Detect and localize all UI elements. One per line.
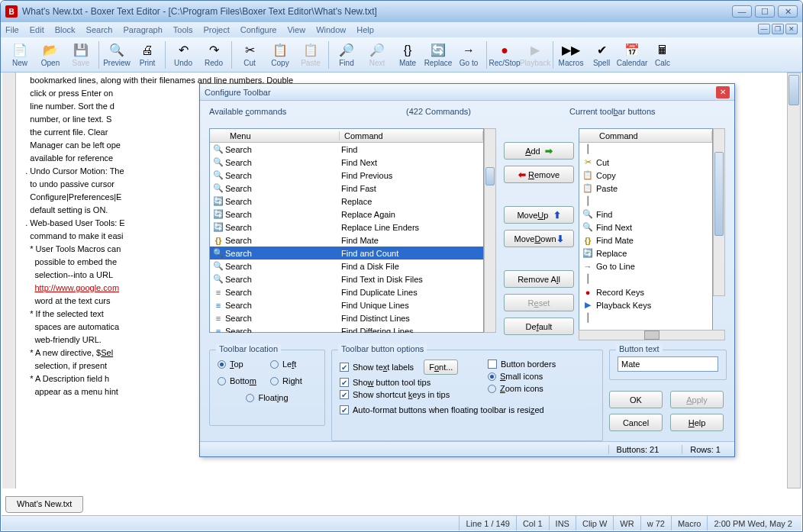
- help-button[interactable]: Help: [670, 414, 724, 431]
- document-tab[interactable]: What's New.txt: [5, 496, 83, 513]
- mdi-restore-button[interactable]: ❐: [772, 24, 784, 34]
- toolbar-spell-button[interactable]: ✔Spell: [587, 40, 616, 70]
- opt-show-tooltips[interactable]: ✔Show button tool tips: [340, 378, 479, 387]
- default-button[interactable]: Default: [504, 318, 574, 335]
- add-button[interactable]: Add ➡: [504, 142, 574, 160]
- current-h-scrollbar[interactable]: [579, 330, 725, 340]
- current-button-row[interactable]: ✂Cut: [579, 156, 712, 169]
- current-button-row[interactable]: ┃: [579, 195, 712, 208]
- toolbar-copy-button[interactable]: 📋Copy: [266, 40, 295, 70]
- toolbar-recstop-button[interactable]: ●Rec/Stop: [490, 40, 519, 70]
- opt-button-borders[interactable]: Button borders: [488, 360, 595, 369]
- toolbar-mate-button[interactable]: {}Mate: [393, 40, 422, 70]
- menu-block[interactable]: Block: [55, 25, 76, 34]
- menu-search[interactable]: Search: [86, 25, 113, 34]
- available-command-row[interactable]: ≡SearchFind Unique Lines: [210, 298, 483, 311]
- col-command-curr[interactable]: Command: [595, 131, 712, 140]
- available-command-row[interactable]: 🔍SearchFind: [210, 143, 483, 156]
- opt-auto-format[interactable]: ✔Auto-format buttons when floating toolb…: [340, 405, 595, 414]
- menu-window[interactable]: Window: [316, 25, 346, 34]
- dialog-titlebar[interactable]: Configure Toolbar ✕: [200, 84, 734, 101]
- button-text-input[interactable]: [618, 356, 718, 372]
- toolbar-print-button[interactable]: 🖨Print: [133, 40, 162, 70]
- close-button[interactable]: ✕: [778, 5, 798, 18]
- menu-project[interactable]: Project: [204, 25, 230, 34]
- available-command-row[interactable]: 🔍SearchFind a Disk File: [210, 260, 483, 272]
- toolbar-replace-button[interactable]: 🔄Replace: [424, 40, 453, 70]
- opt-small-icons[interactable]: Small icons: [488, 372, 595, 381]
- maximize-button[interactable]: ☐: [755, 5, 775, 18]
- available-command-row[interactable]: 🔍SearchFind Next: [210, 156, 483, 169]
- menu-view[interactable]: View: [287, 25, 305, 34]
- available-commands-list[interactable]: Menu Command 🔍SearchFind🔍SearchFind Next…: [209, 128, 484, 333]
- current-button-row[interactable]: ▶Playback Keys: [579, 298, 712, 311]
- available-command-row[interactable]: 🔄SearchReplace: [210, 195, 483, 208]
- loc-right-radio[interactable]: Right: [270, 376, 317, 385]
- ok-button[interactable]: OK: [609, 391, 663, 408]
- menu-paragraph[interactable]: Paragraph: [123, 25, 162, 34]
- available-command-row[interactable]: 🔍SearchFind Text in Disk Files: [210, 272, 483, 285]
- available-command-row[interactable]: ≡SearchFind Differing Lines: [210, 324, 483, 333]
- opt-zoom-icons[interactable]: Zoom icons: [488, 384, 595, 393]
- opt-show-shortcut-keys[interactable]: ✔Show shortcut keys in tips: [340, 390, 479, 399]
- loc-bottom-radio[interactable]: Bottom: [218, 376, 264, 385]
- font-button[interactable]: Font...: [424, 360, 458, 375]
- minimize-button[interactable]: —: [732, 5, 752, 18]
- move-up-button[interactable]: Move Up ⬆: [504, 206, 574, 224]
- available-scrollbar[interactable]: [484, 128, 496, 333]
- available-command-row[interactable]: ≡SearchFind Duplicate Lines: [210, 285, 483, 298]
- current-scrollbar[interactable]: [713, 128, 725, 296]
- toolbar-calendar-button[interactable]: 📅Calendar: [618, 40, 647, 70]
- toolbar-goto-button[interactable]: →Go to: [454, 40, 483, 70]
- toolbar-next-button[interactable]: 🔎Next: [363, 40, 392, 70]
- available-command-row[interactable]: 🔍SearchFind Fast: [210, 182, 483, 195]
- current-button-row[interactable]: 🔄Replace: [579, 247, 712, 260]
- menu-tools[interactable]: Tools: [173, 25, 193, 34]
- vertical-scrollbar[interactable]: [787, 73, 801, 488]
- current-button-row[interactable]: ┃: [579, 272, 712, 285]
- current-button-row[interactable]: →Go to Line: [579, 260, 712, 272]
- menu-configure[interactable]: Configure: [240, 25, 277, 34]
- toolbar-undo-button[interactable]: ↶Undo: [169, 40, 198, 70]
- menu-edit[interactable]: Edit: [30, 25, 44, 34]
- current-button-row[interactable]: 🔍Find Next: [579, 221, 712, 234]
- available-command-row[interactable]: ≡SearchFind Distinct Lines: [210, 311, 483, 324]
- toolbar-macros-button[interactable]: ▶▶Macros: [556, 40, 585, 70]
- toolbar-preview-button[interactable]: 🔍Preview: [102, 40, 131, 70]
- remove-all-button[interactable]: Remove All: [504, 270, 574, 288]
- cancel-button[interactable]: Cancel: [609, 414, 663, 431]
- available-command-row[interactable]: {}SearchFind Mate: [210, 234, 483, 247]
- toolbar-redo-button[interactable]: ↷Redo: [199, 40, 228, 70]
- toolbar-new-button[interactable]: 📄New: [5, 40, 34, 70]
- mdi-minimize-button[interactable]: —: [758, 24, 770, 34]
- current-button-row[interactable]: ┃: [579, 143, 712, 156]
- available-command-row[interactable]: 🔄SearchReplace Line Enders: [210, 221, 483, 234]
- current-buttons-list[interactable]: Command ┃✂Cut📋Copy📋Paste┃🔍Find🔍Find Next…: [579, 128, 713, 333]
- reset-button[interactable]: Reset: [504, 294, 574, 311]
- current-button-row[interactable]: ┃: [579, 311, 712, 324]
- menu-help[interactable]: Help: [356, 25, 374, 34]
- toolbar-playback-button[interactable]: ▶Playback: [521, 40, 550, 70]
- available-command-row[interactable]: 🔍SearchFind Previous: [210, 169, 483, 182]
- current-button-row[interactable]: 🔍Find: [579, 208, 712, 221]
- loc-top-radio[interactable]: Top: [218, 360, 264, 369]
- current-button-row[interactable]: 📋Copy: [579, 169, 712, 182]
- toolbar-calc-button[interactable]: 🖩Calc: [648, 40, 677, 70]
- toolbar-open-button[interactable]: 📂Open: [36, 40, 65, 70]
- toolbar-find-button[interactable]: 🔎Find: [332, 40, 361, 70]
- opt-show-text-labels[interactable]: ✔Show text labels Font...: [340, 360, 479, 375]
- col-menu[interactable]: Menu: [225, 131, 340, 140]
- toolbar-paste-button[interactable]: 📋Paste: [296, 40, 325, 70]
- scrollbar-thumb[interactable]: [788, 75, 799, 105]
- scrollbar-thumb[interactable]: [714, 152, 724, 236]
- menu-file[interactable]: File: [5, 25, 19, 34]
- dialog-close-button[interactable]: ✕: [716, 86, 730, 98]
- scrollbar-thumb[interactable]: [485, 167, 495, 185]
- loc-left-radio[interactable]: Left: [270, 360, 317, 369]
- scrollbar-thumb[interactable]: [644, 330, 659, 340]
- current-button-row[interactable]: {}Find Mate: [579, 234, 712, 247]
- move-down-button[interactable]: Move Down ⬇: [504, 230, 574, 247]
- status-ins[interactable]: INS: [549, 516, 576, 530]
- col-command[interactable]: Command: [340, 131, 483, 140]
- apply-button[interactable]: Apply: [670, 391, 724, 408]
